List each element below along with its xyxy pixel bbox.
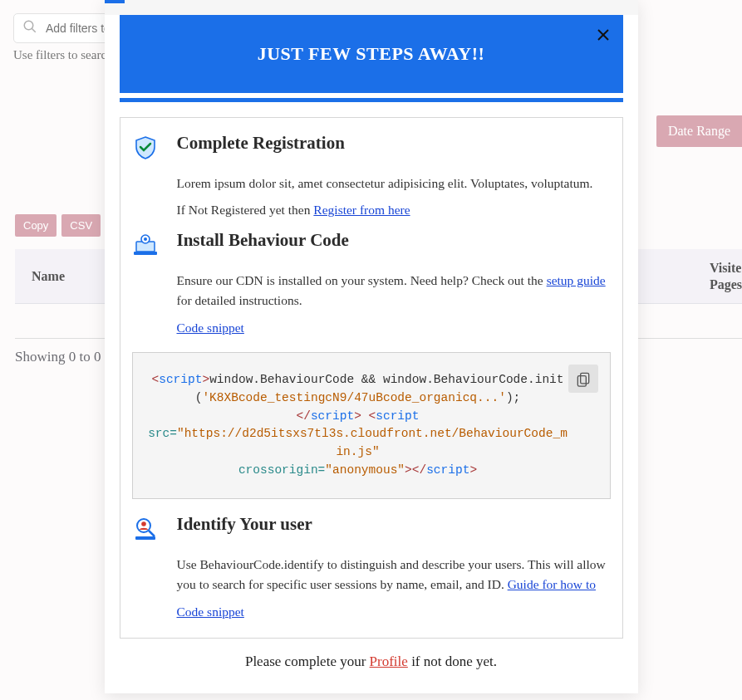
- identify-guide-link[interactable]: Guide for how to: [508, 577, 596, 591]
- onboarding-modal: JUST FEW STEPS AWAY!! Complete Registrat…: [105, 0, 638, 693]
- modal-body: Complete Registration Lorem ipsum dolor …: [120, 117, 623, 639]
- step-identify: Identify Your user Use BehaviourCode.ide…: [132, 514, 611, 619]
- modal-backdrop: JUST FEW STEPS AWAY!! Complete Registrat…: [0, 0, 742, 700]
- modal-header-divider: [120, 98, 623, 102]
- step-identify-desc: Use BehaviourCode.identify to distinguis…: [177, 555, 611, 595]
- identify-code-snippet-link[interactable]: Code snippet: [177, 605, 244, 619]
- setup-guide-link[interactable]: setup guide: [547, 273, 606, 287]
- step-identify-title: Identify Your user: [177, 514, 611, 535]
- install-code-snippet-link[interactable]: Code snippet: [177, 321, 244, 335]
- step-register-line2: If Not Registered yet then Register from…: [177, 200, 611, 220]
- step-register: Complete Registration Lorem ipsum dolor …: [132, 133, 611, 227]
- register-link[interactable]: Register from here: [313, 203, 410, 217]
- step-install-title: Install Behaviour Code: [177, 230, 611, 251]
- svg-line-12: [149, 531, 155, 536]
- step-install: Install Behaviour Code Ensure our CDN is…: [132, 230, 611, 335]
- profile-link[interactable]: Profile: [370, 653, 408, 669]
- modal-header: JUST FEW STEPS AWAY!!: [120, 15, 623, 93]
- webcam-laptop-icon: [132, 230, 162, 335]
- svg-rect-9: [577, 376, 586, 387]
- modal-topbar: [105, 0, 638, 15]
- svg-rect-8: [580, 373, 588, 384]
- svg-rect-5: [134, 252, 157, 255]
- svg-point-7: [144, 237, 147, 241]
- shield-check-icon: [132, 133, 162, 227]
- code-block: <script>window.BehaviourCode && window.B…: [132, 352, 611, 499]
- step-register-desc: Lorem ipsum dolor sit, amet consectetur …: [177, 174, 611, 193]
- close-button[interactable]: [593, 25, 613, 45]
- modal-title: JUST FEW STEPS AWAY!!: [133, 43, 610, 65]
- svg-point-11: [141, 521, 146, 526]
- copy-code-button[interactable]: [568, 365, 598, 393]
- step-install-desc: Ensure our CDN is installed on your syst…: [177, 271, 611, 311]
- svg-rect-13: [135, 536, 155, 540]
- step-register-title: Complete Registration: [177, 133, 611, 154]
- user-search-icon: [132, 514, 162, 619]
- modal-footer: Please complete your Profile if not done…: [105, 653, 638, 693]
